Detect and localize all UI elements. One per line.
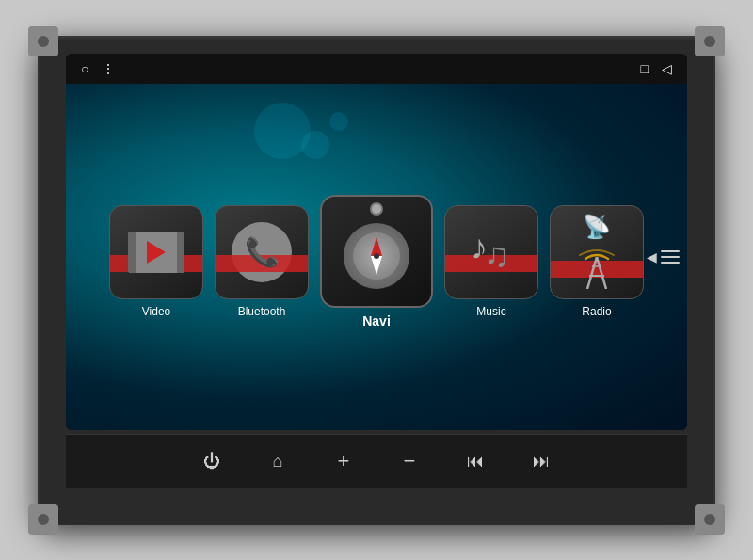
- plus-icon: +: [338, 449, 350, 473]
- prev-button[interactable]: ⏮: [442, 440, 508, 482]
- home-button[interactable]: ⌂: [245, 440, 311, 482]
- next-button[interactable]: ⏭: [508, 440, 574, 482]
- app-video-label: Video: [142, 305, 170, 318]
- bubble2: [301, 131, 329, 159]
- app-navi[interactable]: Navi: [320, 195, 433, 328]
- svg-line-0: [587, 257, 597, 289]
- dots-icon[interactable]: ⋮: [102, 62, 115, 75]
- app-bluetooth[interactable]: 📞 Bluetooth: [215, 205, 309, 318]
- apps-row: Video 📞 Bluetooth: [109, 103, 644, 421]
- prev-icon: ⏮: [467, 452, 484, 472]
- bracket-bl: [28, 504, 58, 535]
- app-music-label: Music: [476, 305, 505, 318]
- app-navi-label: Navi: [362, 313, 391, 328]
- screen: ○ ⋮ □ ◁: [66, 54, 687, 430]
- bubble3: [329, 112, 348, 131]
- app-video[interactable]: Video: [109, 205, 203, 318]
- volume-up-button[interactable]: +: [311, 440, 376, 482]
- home-icon: ⌂: [273, 452, 283, 472]
- app-bluetooth-label: Bluetooth: [238, 305, 286, 318]
- circle-icon[interactable]: ○: [81, 62, 88, 75]
- back-icon[interactable]: ◁: [662, 62, 672, 75]
- volume-down-button[interactable]: −: [376, 440, 442, 482]
- square-icon[interactable]: □: [641, 62, 649, 75]
- next-icon: ⏭: [533, 452, 550, 472]
- app-music[interactable]: ♪ ♫ Music: [444, 205, 538, 318]
- main-screen: Video 📞 Bluetooth: [66, 84, 687, 430]
- bracket-br: [695, 504, 725, 535]
- bracket-tl: [28, 26, 58, 56]
- power-icon: ⏻: [203, 452, 220, 472]
- app-radio-label: Radio: [582, 305, 611, 318]
- device-shell: ○ ⋮ □ ◁: [38, 36, 715, 525]
- app-radio[interactable]: 📡: [550, 205, 644, 318]
- control-bar: ⏻ ⌂ + − ⏮ ⏭: [66, 434, 687, 488]
- minus-icon: −: [404, 449, 416, 473]
- power-button[interactable]: ⏻: [179, 440, 245, 482]
- status-bar: ○ ⋮ □ ◁: [66, 54, 687, 84]
- menu-arrow[interactable]: ◀: [647, 249, 687, 264]
- svg-line-1: [597, 257, 606, 289]
- bracket-tr: [695, 26, 725, 56]
